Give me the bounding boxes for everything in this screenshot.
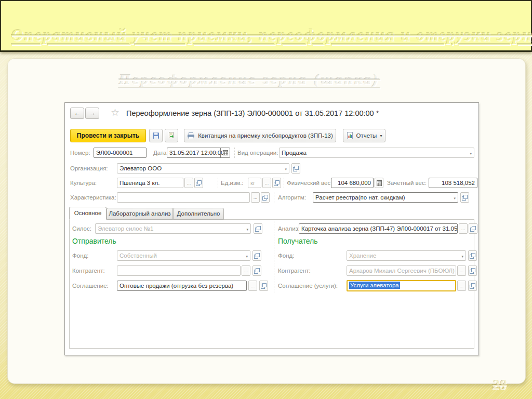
net-weight-field[interactable]: 103 518,052	[429, 178, 477, 188]
receiver-counterparty-ellipsis-button[interactable]: ...	[457, 265, 466, 276]
separator	[218, 178, 218, 188]
back-button[interactable]: ←	[70, 108, 84, 119]
receiver-agreement-label: Соглашение (услуги):	[278, 281, 338, 291]
unit-label: Ед.изм.:	[221, 178, 244, 188]
reports-button[interactable]: Отчеты ▾	[343, 129, 385, 142]
receipt-button-label: Квитанция на приемку хлебопродуктов (ЗПП…	[198, 132, 333, 139]
algorithm-combo[interactable]: Расчет реестра(по нат. скидкам) ▾	[313, 192, 458, 203]
receiver-agreement-ellipsis-button[interactable]: ...	[457, 281, 466, 291]
receiver-counterparty-open-button[interactable]	[468, 265, 477, 276]
culture-open-button[interactable]	[194, 178, 203, 188]
net-weight-value: 103 518,052	[442, 180, 475, 186]
open-link-icon	[462, 195, 468, 201]
silo-value: Элеватор силос №1	[98, 225, 153, 232]
sender-counterparty-field[interactable]	[117, 265, 241, 276]
sender-counterparty-ellipsis-button[interactable]: ...	[242, 265, 250, 276]
receiver-agreement-field[interactable]: Услуги элеватора	[347, 280, 456, 291]
reports-dropdown-caret-icon: ▾	[380, 134, 382, 138]
post-document-button[interactable]	[165, 129, 178, 142]
date-field[interactable]: 31.05.2017 12:00:00	[167, 148, 230, 158]
ellipsis-icon: ...	[461, 224, 466, 233]
physical-weight-label: Физический вес:	[287, 178, 332, 188]
forward-arrow-icon: →	[89, 109, 96, 117]
post-and-close-label: Провести и закрыть	[77, 132, 139, 139]
silo-open-button[interactable]	[254, 223, 262, 234]
ellipsis-icon: ...	[187, 179, 191, 188]
ellipsis-icon: ...	[460, 267, 464, 275]
analysis-ellipsis-button[interactable]: ...	[459, 223, 468, 234]
page-number: 28	[493, 377, 507, 393]
sender-agreement-value: Оптовые продажи (отгрузка без резерва)	[119, 283, 233, 289]
tab-lab-analysis[interactable]: Лабораторный анализ	[107, 208, 173, 220]
open-link-icon	[293, 166, 299, 171]
receiver-fund-open-button[interactable]	[468, 250, 477, 261]
sender-heading: Отправитель	[72, 237, 116, 245]
physical-weight-field[interactable]: 104 680,000	[331, 178, 374, 188]
characteristic-ellipsis-button[interactable]: ...	[251, 192, 260, 203]
combo-caret-icon: ▾	[461, 255, 463, 258]
sender-fund-value: Собственный	[119, 252, 157, 259]
sender-agreement-field[interactable]: Оптовые продажи (отгрузка без резерва)	[117, 281, 247, 291]
favorite-star-icon[interactable]: ☆	[111, 107, 119, 118]
date-label: Дата:	[153, 148, 168, 158]
unit-open-button[interactable]	[272, 178, 281, 188]
characteristic-open-button[interactable]	[261, 192, 270, 203]
calculator-icon	[377, 180, 382, 186]
ellipsis-icon: ...	[244, 267, 248, 275]
organization-value: Элеватор ООО	[119, 165, 162, 171]
unit-field[interactable]: кг	[248, 178, 261, 188]
weight-calculator-button[interactable]	[375, 178, 383, 188]
receiver-counterparty-label: Контрагент:	[278, 265, 311, 276]
forward-button[interactable]: →	[85, 108, 99, 119]
separator	[274, 192, 274, 203]
open-link-icon	[470, 253, 475, 259]
ellipsis-icon: ...	[460, 282, 464, 290]
post-and-close-button[interactable]: Провести и закрыть	[70, 129, 146, 142]
sender-fund-label: Фонд:	[72, 250, 88, 261]
date-value: 31.05.2017 12:00:00	[169, 150, 224, 156]
algorithm-open-button[interactable]	[460, 192, 469, 203]
sender-fund-open-button[interactable]	[252, 250, 261, 261]
receiver-fund-combo[interactable]: Хранение ▾	[347, 250, 466, 261]
post-document-icon	[168, 132, 175, 139]
tab-additional[interactable]: Дополнительно	[173, 208, 224, 220]
receipt-print-button[interactable]: Квитанция на приемку хлебопродуктов (ЗПП…	[184, 129, 336, 142]
algorithm-value: Расчет реестра(по нат. скидкам)	[315, 194, 405, 201]
combo-caret-icon: ▾	[246, 228, 248, 231]
tab-main[interactable]: Основное	[69, 207, 107, 220]
unit-ellipsis-button[interactable]: ...	[262, 178, 271, 188]
characteristic-field[interactable]	[117, 192, 250, 203]
sender-agreement-ellipsis-button[interactable]: ...	[248, 281, 257, 291]
number-field[interactable]: ЭЛ00-000001	[94, 148, 147, 158]
save-button[interactable]	[149, 129, 163, 142]
open-link-icon	[255, 226, 261, 232]
sender-agreement-open-button[interactable]	[259, 281, 268, 291]
slide-title: Оперативный учет приемки, переоформления…	[11, 26, 526, 45]
sender-agreement-label: Соглашение:	[72, 281, 109, 291]
culture-field[interactable]: Пшеница 3 кл.	[117, 178, 183, 188]
analysis-field[interactable]: Карточка анализа зерна (ЗПП-47) ЭЛ00-000…	[299, 223, 458, 234]
physical-weight-value: 104 680,000	[338, 180, 371, 186]
back-arrow-icon: ←	[74, 109, 81, 117]
organization-open-button[interactable]	[291, 163, 300, 174]
open-link-icon	[274, 180, 280, 186]
printer-icon	[187, 132, 195, 139]
document-window: ← → ☆ Переоформление зерна (ЗПП-13) ЭЛ00…	[64, 102, 479, 355]
analysis-open-button[interactable]	[469, 223, 477, 234]
net-weight-label: Зачетный вес:	[387, 178, 427, 188]
receiver-agreement-value: Услуги элеватора	[349, 282, 400, 289]
open-link-icon	[261, 283, 267, 289]
operation-value: Продажа	[282, 150, 307, 156]
culture-ellipsis-button[interactable]: ...	[184, 178, 193, 188]
sender-counterparty-open-button[interactable]	[252, 265, 261, 276]
sender-fund-combo[interactable]: Собственный ▾	[117, 250, 250, 261]
organization-combo[interactable]: Элеватор ООО ▾	[117, 163, 289, 174]
operation-combo[interactable]: Продажа ▾	[279, 148, 474, 158]
combo-caret-icon: ▾	[470, 152, 472, 155]
receiver-counterparty-field[interactable]: Архаров Михаил Сергеевич (ПБОЮЛ)	[347, 265, 456, 276]
column-separator	[274, 221, 274, 293]
silo-combo[interactable]: Элеватор силос №1 ▾	[95, 223, 251, 234]
ellipsis-icon: ...	[251, 282, 255, 290]
calendar-icon[interactable]	[220, 148, 230, 157]
receiver-agreement-open-button[interactable]	[468, 281, 477, 291]
